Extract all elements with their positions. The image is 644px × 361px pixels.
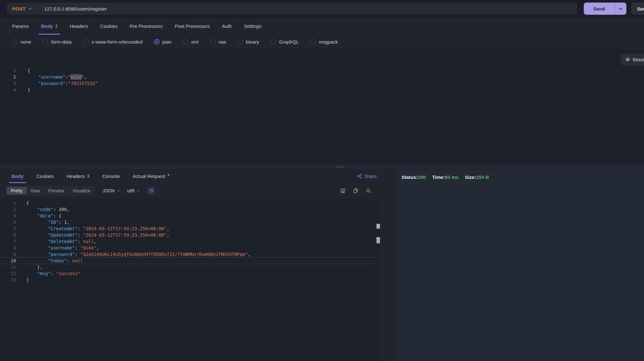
save-button[interactable]: Save [631,3,644,15]
size-value: 254 B [476,174,489,180]
code-text: "DeletedAt": null, [19,238,376,245]
beautify-label: Beautify [633,57,644,62]
radio-x-www-form-urlencoded[interactable]: x-www-form-urlencoded [83,39,143,45]
radio-msgpack[interactable]: msgpack [310,39,338,45]
url-bar[interactable]: POST 127.0.0.1:8090/users/register [7,3,577,15]
radio-icon [43,39,48,45]
tab-auth[interactable]: Auth [222,17,232,35]
line-number: 5 [0,225,19,232]
response-body-editor[interactable]: 1{2 "code": 200,3 "data": {4 "ID": 1,5 "… [0,198,381,361]
tab-params[interactable]: Params [12,17,29,35]
line-number: 1 [0,67,19,74]
beautify-icon [625,57,630,62]
copy-icon [353,188,358,193]
code-line[interactable]: 2 "username":"mike", [0,74,644,80]
chevron-down-icon [137,190,140,192]
scrollbar-mark[interactable] [376,224,380,229]
headers-count-badge: 3 [87,173,89,179]
line-number: 9 [0,251,19,257]
code-text: "CreatedAt": "2024-03-12T17:59:23.256+08… [19,225,376,232]
indent-guide [46,245,46,251]
status-bar: Status:200 Time:93 ms Size:254 B [396,170,644,180]
line-number: 6 [0,232,19,238]
beautify-button[interactable]: Beautify [621,54,644,65]
code-line[interactable]: 10 "todos": null [0,257,376,264]
tab-headers[interactable]: Headers [70,17,88,35]
code-line[interactable]: 3 "data": { [0,213,376,219]
method-label: POST [12,6,26,12]
radio-xml[interactable]: xml [183,39,198,45]
request-body-editor[interactable]: Beautify 1{2 "username":"mike",3 "passwo… [0,49,644,164]
share-button[interactable]: Share [357,169,377,183]
code-text: { [19,200,376,206]
indent-guide [46,219,46,225]
code-line[interactable]: 2 "code": 200, [0,206,376,213]
code-line[interactable]: 7 "DeletedAt": null, [0,238,376,245]
share-icon [357,174,362,179]
code-text: { [19,67,644,74]
tab-cookies[interactable]: Cookies [100,17,118,35]
tab-response-console[interactable]: Console [102,169,120,183]
view-pretty[interactable]: Pretty [7,187,27,195]
indent-guide [44,80,45,87]
code-line[interactable]: 9 "password": "$2a$10$UKL14u5yqfUxbNqVHf… [0,251,376,257]
panel-splitter[interactable] [0,164,644,169]
view-visualize[interactable]: Visualize [68,187,95,195]
tab-post-processors[interactable]: Post Processors [175,17,210,35]
tab-pre-processors[interactable]: Pre Processors [130,17,163,35]
response-json-code[interactable]: 1{2 "code": 200,3 "data": {4 "ID": 1,5 "… [0,200,376,283]
code-line[interactable]: 4} [0,87,644,93]
radio-json[interactable]: json [154,39,171,45]
radio-form-data[interactable]: form-data [43,39,71,45]
indent-guide [46,251,46,257]
code-line[interactable]: 1{ [0,200,376,206]
url-input[interactable]: 127.0.0.1:8090/users/register [44,6,107,12]
method-selector[interactable]: POST [12,6,32,12]
tab-response-cookies[interactable]: Cookies [37,169,54,183]
encoding-select[interactable]: utf8 [127,188,140,193]
code-line[interactable]: 12 "msg": "success" [0,270,376,277]
status-label: Status: [401,174,418,180]
send-options-button[interactable] [615,3,626,15]
code-line[interactable]: 4 "ID": 1, [0,219,376,225]
code-line[interactable]: 11 }, [0,264,376,270]
radio-graphql[interactable]: GraphQL [271,39,299,45]
code-line[interactable]: 5 "CreatedAt": "2024-03-12T17:59:23.256+… [0,225,376,232]
tab-response-headers[interactable]: Headers 3 [67,169,90,183]
share-label: Share [364,173,377,179]
radio-none[interactable]: none [12,39,31,45]
search-button[interactable] [366,188,371,193]
view-raw[interactable]: Raw [27,187,44,195]
code-line[interactable]: 13} [0,277,376,283]
send-button[interactable]: Send [584,3,626,15]
radio-raw[interactable]: raw [210,39,226,45]
radio-binary[interactable]: binary [238,39,259,45]
editor-scrollbar[interactable] [376,198,382,361]
indent-guide [57,219,58,225]
copy-button[interactable] [353,188,358,193]
code-text: "username":"mike", [19,74,644,80]
tab-actual-request[interactable]: Actual Request • [133,169,169,183]
view-preview[interactable]: Preview [44,187,69,195]
tab-body[interactable]: Body 1 [41,17,58,35]
wrap-lines-button[interactable] [147,187,155,195]
indent-guide [57,245,58,251]
request-json-code[interactable]: 1{2 "username":"mike",3 "password":"7821… [0,67,644,93]
code-line[interactable]: 6 "UpdatedAt": "2024-03-12T17:59:23.256+… [0,232,376,238]
body-count-badge: 1 [55,23,58,29]
send-label[interactable]: Send [584,3,615,15]
code-text: "code": 200, [19,206,376,213]
scrollbar-mark[interactable] [376,237,380,243]
indent-guide [46,225,46,232]
code-text: "password":"782157532" [19,80,644,87]
tab-settings[interactable]: Settings [244,17,261,35]
tab-response-body[interactable]: Body [12,169,24,183]
splitter-handle-icon[interactable] [337,166,344,167]
format-select[interactable]: JSON [103,188,120,193]
download-button[interactable] [340,188,345,193]
radio-icon [271,39,276,45]
code-line[interactable]: 1{ [0,67,644,74]
radio-icon [310,39,316,45]
code-line[interactable]: 8 "username": "mike", [0,245,376,251]
code-line[interactable]: 3 "password":"782157532" [0,80,644,87]
